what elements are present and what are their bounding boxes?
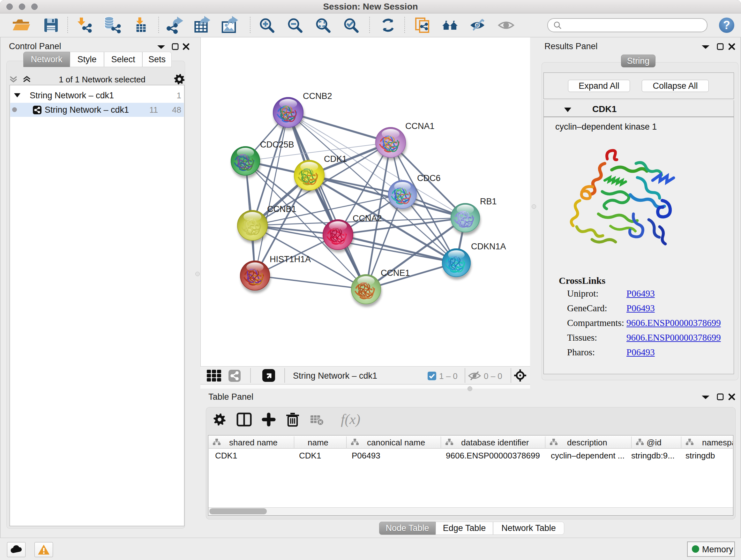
svg-text:CDKN1A: CDKN1A bbox=[471, 242, 506, 251]
svg-text:f(x): f(x) bbox=[341, 412, 360, 427]
svg-text:CDK1: CDK1 bbox=[324, 154, 347, 164]
svg-text:HIST1H1A: HIST1H1A bbox=[270, 254, 311, 264]
svg-text:CDC25B: CDC25B bbox=[260, 140, 294, 149]
svg-text:CCNE1: CCNE1 bbox=[381, 268, 410, 278]
svg-text:CCNA2: CCNA2 bbox=[353, 213, 382, 223]
svg-text:CDC6: CDC6 bbox=[417, 173, 441, 183]
svg-text:CCNB2: CCNB2 bbox=[303, 91, 332, 101]
svg-text:RB1: RB1 bbox=[480, 197, 497, 206]
svg-text:CCNB1: CCNB1 bbox=[267, 204, 296, 214]
svg-text:?: ? bbox=[723, 18, 730, 32]
svg-text:CCNA1: CCNA1 bbox=[405, 121, 434, 131]
